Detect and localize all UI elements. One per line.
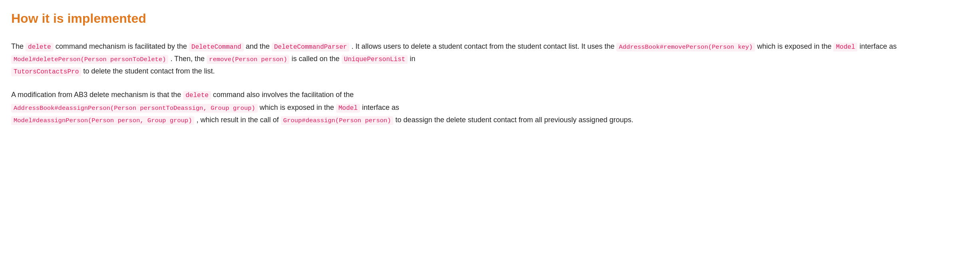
p2-model-deassign-code: Model#deassignPerson(Person person, Grou…: [11, 116, 194, 125]
p2-text-5: , which result in the call of: [194, 116, 281, 124]
paragraph-1: The delete command mechanism is facilita…: [11, 40, 969, 78]
p2-addressbook-deassign-code: AddressBook#deassignPerson(Person person…: [11, 104, 258, 113]
p1-model-deleteperson-code: Model#deletePerson(Person personToDelete…: [11, 55, 168, 64]
p1-remove-person-code: remove(Person person): [207, 55, 289, 64]
p2-text-1: A modification from AB3 delete mechanism…: [11, 91, 183, 99]
p2-group-deassign-code: Group#deassign(Person person): [281, 116, 394, 125]
p1-tutorscontactspro-code: TutorsContactsPro: [11, 67, 81, 76]
p2-text-4: interface as: [360, 103, 399, 111]
p1-text-and: and the: [244, 42, 272, 50]
p2-model-code: Model: [336, 104, 360, 113]
section-heading: How it is implemented: [11, 8, 969, 29]
p2-text-2: command also involves the facilitation o…: [211, 91, 354, 99]
p2-text-6: to deassign the delete student contact f…: [393, 116, 633, 124]
p1-delete-code: delete: [26, 43, 54, 52]
p1-text-1: . It allows users to delete a student co…: [349, 42, 616, 50]
p1-uniquepersonlist-code: UniquePersonList: [342, 55, 408, 64]
p1-addressbook-remove-code: AddressBook#removePerson(Person key): [616, 43, 755, 52]
paragraph-2: A modification from AB3 delete mechanism…: [11, 89, 969, 126]
p1-text-5: is called on the: [289, 55, 341, 63]
p1-text-3: interface as: [857, 42, 896, 50]
p1-text-7: to delete the student contact from the l…: [81, 67, 215, 75]
p1-model-code: Model: [833, 43, 857, 52]
p1-text-4: . Then, the: [168, 55, 207, 63]
p1-text-6: in: [408, 55, 415, 63]
p1-text-after-delete: command mechanism is facilitated by the: [54, 42, 189, 50]
p1-text-2: which is exposed in the: [755, 42, 833, 50]
p1-deletecommand-code: DeleteCommand: [189, 43, 244, 52]
p2-text-3: which is exposed in the: [258, 103, 336, 111]
p2-delete-code: delete: [183, 91, 211, 100]
p1-deletecommandparser-code: DeleteCommandParser: [272, 43, 349, 52]
p1-text-before-delete: The: [11, 42, 26, 50]
